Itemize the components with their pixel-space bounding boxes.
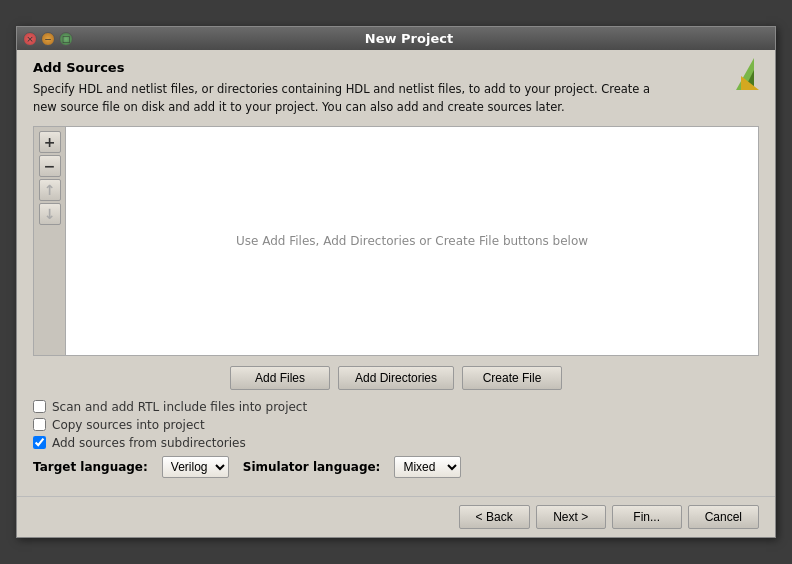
minimize-button[interactable]: − [41,32,55,46]
action-buttons: Add Files Add Directories Create File [33,366,759,390]
copy-sources-checkbox[interactable] [33,418,46,431]
section-title: Add Sources [33,60,759,75]
scan-rtl-row: Scan and add RTL include files into proj… [33,400,759,414]
copy-sources-row: Copy sources into project [33,418,759,432]
scan-rtl-checkbox[interactable] [33,400,46,413]
dialog-footer: < Back Next > Fin... Cancel [17,496,775,537]
maximize-button[interactable]: □ [59,32,73,46]
window-title: New Project [79,31,739,46]
options-section: Scan and add RTL include files into proj… [33,400,759,486]
file-area-placeholder: Use Add Files, Add Directories or Create… [236,234,588,248]
close-button[interactable]: × [23,32,37,46]
move-up-icon[interactable]: ↑ [39,179,61,201]
add-subdirs-label: Add sources from subdirectories [52,436,246,450]
add-subdirs-row: Add sources from subdirectories [33,436,759,450]
titlebar: × − □ New Project [17,27,775,50]
simulator-language-select[interactable]: Mixed Verilog VHDL [394,456,461,478]
file-list-area: Use Add Files, Add Directories or Create… [65,126,759,356]
logo-shape [719,56,759,96]
header: Add Sources Specify HDL and netlist file… [33,60,759,116]
add-files-button[interactable]: Add Files [230,366,330,390]
scan-rtl-label: Scan and add RTL include files into proj… [52,400,307,414]
source-area: + − ↑ ↓ Use Add Files, Add Directories o… [33,126,759,356]
section-description: Specify HDL and netlist files, or direct… [33,81,759,116]
target-language-label: Target language: [33,460,148,474]
main-window: × − □ New Project Add Sources Specify HD… [16,26,776,538]
logo [719,56,759,96]
target-language-select[interactable]: Verilog VHDL Mixed [162,456,229,478]
create-file-button[interactable]: Create File [462,366,562,390]
back-button[interactable]: < Back [459,505,530,529]
language-row: Target language: Verilog VHDL Mixed Simu… [33,456,759,478]
add-directories-button[interactable]: Add Directories [338,366,454,390]
logo-gold-triangle [741,76,759,90]
content-area: Add Sources Specify HDL and netlist file… [17,50,775,496]
window-controls: × − □ [23,32,73,46]
cancel-button[interactable]: Cancel [688,505,759,529]
finish-button[interactable]: Fin... [612,505,682,529]
add-icon[interactable]: + [39,131,61,153]
remove-icon[interactable]: − [39,155,61,177]
add-subdirs-checkbox[interactable] [33,436,46,449]
next-button[interactable]: Next > [536,505,606,529]
move-down-icon[interactable]: ↓ [39,203,61,225]
sidebar-toolbar: + − ↑ ↓ [33,126,65,356]
simulator-language-label: Simulator language: [243,460,381,474]
copy-sources-label: Copy sources into project [52,418,205,432]
